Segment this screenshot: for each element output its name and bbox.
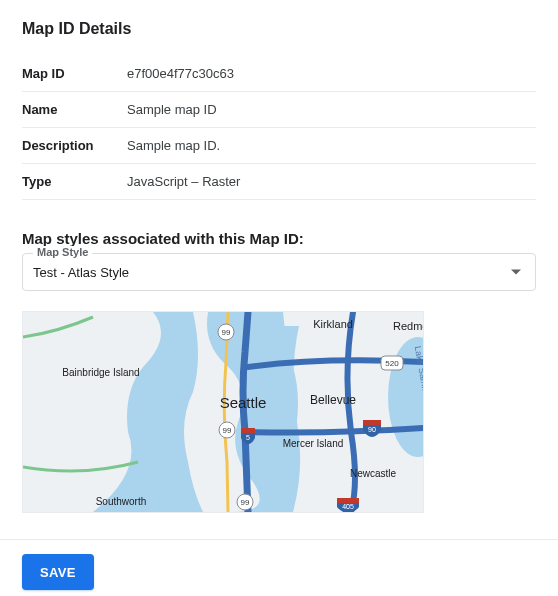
save-button[interactable]: SAVE <box>22 554 94 590</box>
route-shield: 99 <box>222 328 231 337</box>
map-label-newcastle: Newcastle <box>350 468 397 479</box>
map-style-select-label: Map Style <box>33 246 92 258</box>
detail-value: Sample map ID. <box>127 128 536 164</box>
footer-bar: SAVE <box>0 539 558 596</box>
map-style-preview: 99 520 90 99 5 99 <box>22 311 424 513</box>
svg-rect-4 <box>363 420 381 425</box>
route-shield: 520 <box>385 359 399 368</box>
detail-label: Map ID <box>22 56 127 92</box>
map-label-kirkland: Kirkland <box>313 318 353 330</box>
route-shield: 99 <box>241 498 250 507</box>
dropdown-caret-icon <box>511 270 521 275</box>
detail-value: e7f00e4f77c30c63 <box>127 56 536 92</box>
map-label-mercer: Mercer Island <box>283 438 344 449</box>
route-shield: 90 <box>368 426 376 433</box>
map-label-bainbridge: Bainbridge Island <box>62 367 139 378</box>
detail-value: JavaScript – Raster <box>127 164 536 200</box>
map-label-redmond: Redmond <box>393 320 423 332</box>
detail-value: Sample map ID <box>127 92 536 128</box>
details-table: Map ID e7f00e4f77c30c63 Name Sample map … <box>22 56 536 200</box>
page-title: Map ID Details <box>22 20 536 38</box>
map-style-select-value: Test - Atlas Style <box>33 265 129 280</box>
detail-label: Name <box>22 92 127 128</box>
detail-label: Type <box>22 164 127 200</box>
table-row: Type JavaScript – Raster <box>22 164 536 200</box>
map-label-southworth: Southworth <box>96 496 147 507</box>
route-shield: 5 <box>246 434 250 441</box>
map-label-seattle: Seattle <box>220 394 267 411</box>
route-shield: 99 <box>223 426 232 435</box>
detail-label: Description <box>22 128 127 164</box>
table-row: Map ID e7f00e4f77c30c63 <box>22 56 536 92</box>
table-row: Description Sample map ID. <box>22 128 536 164</box>
svg-rect-6 <box>241 428 255 433</box>
map-label-bellevue: Bellevue <box>310 393 356 407</box>
table-row: Name Sample map ID <box>22 92 536 128</box>
associated-styles-title: Map styles associated with this Map ID: <box>22 230 536 247</box>
map-style-select[interactable]: Map Style Test - Atlas Style <box>22 253 536 291</box>
route-shield: 405 <box>342 503 354 510</box>
